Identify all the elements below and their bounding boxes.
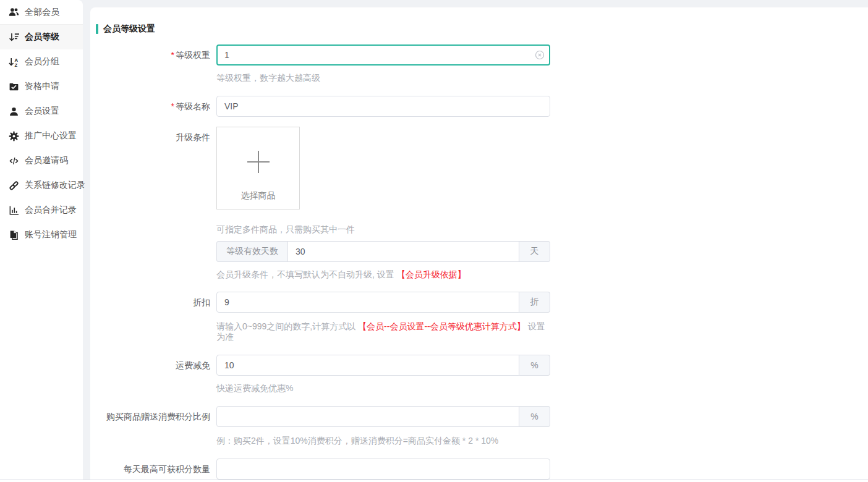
plus-icon	[247, 151, 270, 173]
points-ratio-input[interactable]	[216, 406, 519, 427]
sidebar-item-label: 会员设置	[25, 106, 59, 117]
form-row-upgrade-condition: 升级条件 选择商品 可指定多件商品，只需购买其中一件 等级有效天数 天 会员升级…	[90, 127, 868, 280]
link-icon	[9, 180, 19, 191]
user-icon	[9, 106, 19, 117]
helper-text: 快递运费减免优惠%	[216, 383, 550, 394]
discount-input[interactable]	[216, 292, 519, 313]
required-asterisk: *	[171, 101, 174, 111]
shipping-unit: %	[519, 355, 550, 376]
valid-days-group: 等级有效天数 天	[216, 241, 550, 262]
sort-alpha-icon: AZ	[9, 57, 19, 67]
sidebar-item-invite-code[interactable]: 会员邀请码	[0, 148, 83, 173]
main-panel: 会员等级设置 *等级权重 等级权重，数字越大越高级	[90, 7, 868, 482]
sidebar-item-account-cancel[interactable]: 账号注销管理	[0, 222, 83, 247]
helper-text: 等级权重，数字越大越高级	[216, 73, 550, 83]
level-weight-input[interactable]	[216, 44, 550, 66]
valid-days-unit: 天	[519, 241, 550, 262]
sidebar-item-qualification[interactable]: 资格申请	[0, 74, 83, 99]
sidebar-item-label: 关系链修改记录	[25, 180, 85, 191]
form-row-level-weight: *等级权重 等级权重，数字越大越高级	[90, 44, 868, 83]
sidebar-item-member-settings[interactable]: 会员设置	[0, 99, 83, 124]
bar-chart-icon	[9, 205, 19, 216]
form-row-discount: 折扣 折 请输入0~999之间的数字,计算方式以 【会员--会员设置--会员等级…	[90, 292, 868, 342]
required-asterisk: *	[171, 50, 174, 60]
clear-input-icon[interactable]	[535, 50, 545, 60]
sidebar-item-label: 资格申请	[25, 81, 59, 92]
folder-check-icon	[9, 82, 19, 92]
valid-days-input[interactable]	[287, 241, 519, 262]
valid-days-prepend-label: 等级有效天数	[216, 241, 287, 262]
discount-unit: 折	[519, 292, 550, 313]
field-label: 每天最高可获积分数量	[90, 459, 210, 482]
helper-text: 请输入0~999之间的数字,计算方式以 【会员--会员设置--会员等级优惠计算方…	[216, 321, 550, 342]
sidebar-item-label: 账号注销管理	[25, 229, 77, 240]
helper-text: 会员升级条件，不填写默认为不自动升级, 设置 【会员升级依据】	[216, 269, 550, 280]
code-icon	[9, 156, 19, 166]
field-label: 折扣	[90, 292, 210, 342]
sidebar-item-relation-log[interactable]: 关系链修改记录	[0, 173, 83, 198]
daily-points-max-input[interactable]	[216, 459, 550, 480]
bottom-divider	[0, 480, 868, 482]
field-label: 购买商品赠送消费积分比例	[90, 406, 210, 446]
sidebar-item-label: 会员等级	[25, 32, 59, 43]
sidebar-item-label: 会员分组	[25, 56, 59, 67]
discount-calc-link[interactable]: 【会员--会员设置--会员等级优惠计算方式】	[358, 321, 525, 331]
form-row-shipping-discount: 运费减免 % 快递运费减免优惠%	[90, 355, 868, 394]
member-level-form: *等级权重 等级权重，数字越大越高级 *等级名称	[90, 44, 868, 482]
points-ratio-unit: %	[519, 406, 550, 427]
sidebar-item-label: 会员邀请码	[25, 155, 68, 166]
users-icon	[9, 7, 19, 17]
sidebar-item-merge-log[interactable]: 会员合并记录	[0, 198, 83, 222]
field-label: 运费减免	[90, 355, 210, 394]
gear-icon	[9, 131, 19, 142]
svg-text:Z: Z	[15, 62, 18, 67]
form-row-daily-points-max: 每天最高可获积分数量 填0或者不填即不限制, (商品赠送、订单赠送、后台充值、充…	[90, 459, 868, 482]
helper-text: 可指定多件商品，只需购买其中一件	[216, 224, 550, 235]
sidebar-item-promotion-settings[interactable]: 推广中心设置	[0, 124, 83, 148]
level-name-input[interactable]	[216, 96, 550, 117]
page-title: 会员等级设置	[96, 23, 868, 35]
sidebar-item-label: 推广中心设置	[25, 130, 77, 142]
sidebar-item-member-levels[interactable]: 会员等级	[0, 25, 83, 49]
sidebar: 全部会员 会员等级 AZ 会员分组 资格申请 会员设置	[0, 0, 83, 482]
sidebar-item-all-members[interactable]: 全部会员	[0, 0, 83, 25]
field-label: *等级名称	[90, 96, 210, 117]
upgrade-basis-link[interactable]: 【会员升级依据】	[397, 269, 466, 279]
discount-group: 折	[216, 292, 550, 313]
points-ratio-group: %	[216, 406, 550, 427]
sidebar-item-member-groups[interactable]: AZ 会员分组	[0, 49, 83, 74]
title-accent-bar	[96, 24, 98, 34]
field-label: 升级条件	[90, 127, 210, 280]
app-root: 全部会员 会员等级 AZ 会员分组 资格申请 会员设置	[0, 0, 868, 482]
form-row-level-name: *等级名称	[90, 96, 868, 117]
sidebar-item-label: 全部会员	[25, 7, 59, 18]
file-copy-icon	[9, 230, 19, 240]
sort-amount-icon	[9, 32, 19, 43]
field-label: *等级权重	[90, 44, 210, 83]
sidebar-item-label: 会员合并记录	[25, 205, 77, 216]
helper-text: 例：购买2件，设置10%消费积分，赠送消费积分=商品实付金额 * 2 * 10%	[216, 436, 550, 446]
shipping-group: %	[216, 355, 550, 376]
select-product-button[interactable]: 选择商品	[216, 127, 300, 209]
form-row-points-ratio: 购买商品赠送消费积分比例 % 例：购买2件，设置10%消费积分，赠送消费积分=商…	[90, 406, 868, 446]
shipping-discount-input[interactable]	[216, 355, 519, 376]
